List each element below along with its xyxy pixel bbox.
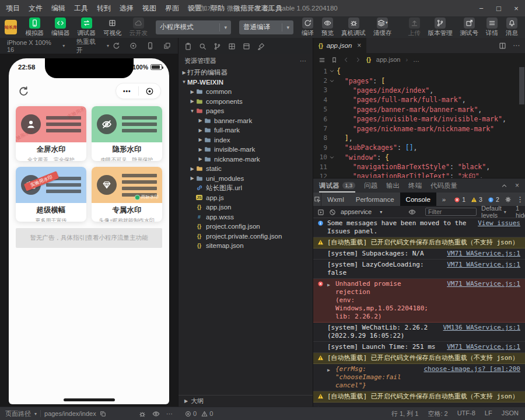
console-row-warning[interactable]: [自动热重载] 已开启代码文件保存后自动热重载（不支持 json） [313,391,525,402]
detach-window-icon[interactable] [163,42,171,50]
console-row-log[interactable]: [system] LazyCodeLoading: falseVM71 WASe… [313,260,525,279]
more-icon[interactable]: ⋯ [166,410,173,418]
compile-mode-select[interactable]: 普通编译 ▾ [239,20,293,34]
branch-icon[interactable] [214,41,221,50]
collapse-icon[interactable] [501,181,508,190]
info-counter[interactable]: 2 [488,195,499,203]
problem-counters[interactable]: 0 0 [178,410,213,417]
menu-界面[interactable]: 界面 [165,4,179,13]
restart-icon[interactable] [113,42,120,50]
console-row-error[interactable]: ▶Unhandled promise rejection(env: Window… [313,279,525,323]
log-levels-select[interactable]: Default levels ▾ [481,205,506,219]
console-prompt[interactable]: > [313,402,525,407]
devtools-tab-Console[interactable]: Console [400,192,436,206]
console-row-warning[interactable]: [自动热重载] 已开启代码文件保存后自动热重载（不支持 json） [313,353,525,364]
exclusive-card[interactable]: 商标水印专属水印头像+昵称就能制作水印 [92,167,162,222]
tree-item-nickname-mark[interactable]: ▶nickname-mark [178,155,313,164]
debugger-tab-调试器[interactable]: 调试器1,3 [319,178,355,192]
mode-select[interactable]: 小程序模式 ▾ [156,20,231,34]
console-row-log[interactable]: [system] WeChatLib: 2.26.2 (2022.9.29 16… [313,323,525,342]
code-line[interactable]: 10 "window": { [313,153,525,162]
eye-icon[interactable] [152,410,160,418]
code-line[interactable]: 3 "pages/index/index", [313,86,525,95]
page-path-select[interactable]: 页面路径 [5,410,31,418]
menu-微信开发者工具[interactable]: 微信开发者工具 [233,4,282,13]
version-button[interactable]: 版本管理 [428,18,453,37]
source-link[interactable]: VM136 WAService.js:1 [443,324,520,332]
editor-button[interactable]: 编辑器 [51,18,70,37]
tree-item-full-mark[interactable]: ▶full-mark [178,125,313,135]
code-line[interactable]: 1{ [313,66,525,76]
gear-icon[interactable] [505,196,512,203]
close-icon[interactable]: × [357,41,361,50]
minimize-button[interactable]: − [473,0,490,16]
exit-button[interactable] [139,87,161,96]
search-icon[interactable] [199,41,206,50]
outline-section[interactable]: ▶ 大纲 [178,395,313,407]
messages-button[interactable]: 消息 [506,18,518,37]
console-row-object[interactable]: ▶{errMsg: "chooseImage:fail cancel"}choo… [313,364,525,391]
tree-item-站长图库.url[interactable]: 站长图库.url [178,183,313,193]
devtools-tab-»[interactable]: » [436,192,452,206]
tree-item-sitemap.json[interactable]: {}sitemap.json [178,241,313,251]
console-row-log[interactable]: [system] Launch Time: 251 msVM71 WAServi… [313,342,525,353]
details-button[interactable]: 详情 [486,18,498,37]
tree-item-project.config.json[interactable]: {}project.config.json [178,222,313,232]
code-area[interactable]: 1{2 "pages": [3 "pages/index/index",4 "p… [313,66,525,178]
testid-button[interactable]: 测试号 [460,18,479,37]
status-item[interactable]: UTF-8 [457,410,475,418]
code-line[interactable]: 6 "pages/invisible-mark/invisible-mark", [313,114,525,124]
compile-button[interactable]: 编译 [302,18,314,37]
banner-card[interactable]: 实验用水印超级横幅更多用于宣传 [16,167,86,222]
tree-item-pages[interactable]: ▼pages [178,106,313,116]
debugger-tab-代码质量[interactable]: 代码质量 [430,178,457,192]
status-item[interactable]: 行 1, 列 1 [391,410,418,418]
context-select[interactable]: appservice ▾ [341,208,404,215]
copy-icon[interactable] [100,410,106,418]
menu-帮助[interactable]: 帮助 [211,4,225,13]
tree-item-banner-mark[interactable]: ▶banner-mark [178,116,313,126]
close-button[interactable]: × [508,0,525,16]
forward-icon[interactable] [355,56,361,64]
code-line[interactable]: 9 "subPackages": [], [313,143,525,152]
error-counter[interactable]: 1 [454,195,466,203]
tree-item-components[interactable]: ▶components [178,97,313,107]
source-link[interactable]: View issues [478,219,520,228]
code-line[interactable]: 5 "pages/banner-mark/banner-mark", [313,105,525,114]
tree-item-MP-WEIXIN[interactable]: ▼MP-WEIXIN [178,78,313,88]
device-debug-button[interactable]: 真机调试 [341,18,366,37]
console-row-log[interactable]: [system] Subpackages: N/AVM71 WAService.… [313,249,525,260]
window-split-icon[interactable] [243,41,250,50]
debugger-tab-终端[interactable]: 终端 [408,178,422,192]
menu-项目[interactable]: 项目 [6,4,20,13]
tree-item-index[interactable]: ▶index [178,135,313,145]
console-filter-input[interactable] [425,208,477,216]
visualizer-button[interactable]: 可视化 [103,18,122,37]
debugger-tab-输出[interactable]: 输出 [386,178,400,192]
scrollbar[interactable] [519,67,524,104]
console-row-warning[interactable]: [自动热重载] 已开启代码文件保存后自动热重载（不支持 json） [313,237,525,249]
debugger-tab-问题[interactable]: 问题 [364,178,377,192]
code-line[interactable]: 12 "navigationBarTitleText": "水印", [313,172,525,178]
back-icon[interactable] [343,56,349,64]
devtools-tab-Performance[interactable]: Performance [350,192,400,206]
clipboard-icon[interactable] [184,41,192,50]
menu-转到[interactable]: 转到 [97,4,111,13]
top-frame-icon[interactable] [317,208,324,215]
tree-item-uni_modules[interactable]: ▶uni_modules [178,174,313,184]
menu-工具[interactable]: 工具 [74,4,88,13]
source-link[interactable]: VM71 WAService.js:1 [447,343,520,351]
tree-item-打开的编辑器[interactable]: ▶打开的编辑器 [178,68,313,78]
menu-视图[interactable]: 视图 [142,4,156,13]
more-icon[interactable]: ⋯ [300,57,307,65]
split-editor-icon[interactable] [499,41,506,50]
debugger-button[interactable]: 调试器 [77,18,96,37]
maximize-button[interactable]: □ [490,0,508,16]
preview-button[interactable]: 预览 [321,18,334,37]
invisible-card[interactable]: 隐形水印肉眼不可见，隐形保护 [92,106,162,161]
source-link[interactable]: choose-image.js? [sm]:200 [424,365,520,373]
tree-item-app.wxss[interactable]: #app.wxss [178,212,313,222]
clear-console-icon[interactable] [329,208,336,215]
clear-cache-button[interactable]: ▾清缓存 [373,18,392,37]
code-line[interactable]: 2 "pages": [ [313,76,525,85]
